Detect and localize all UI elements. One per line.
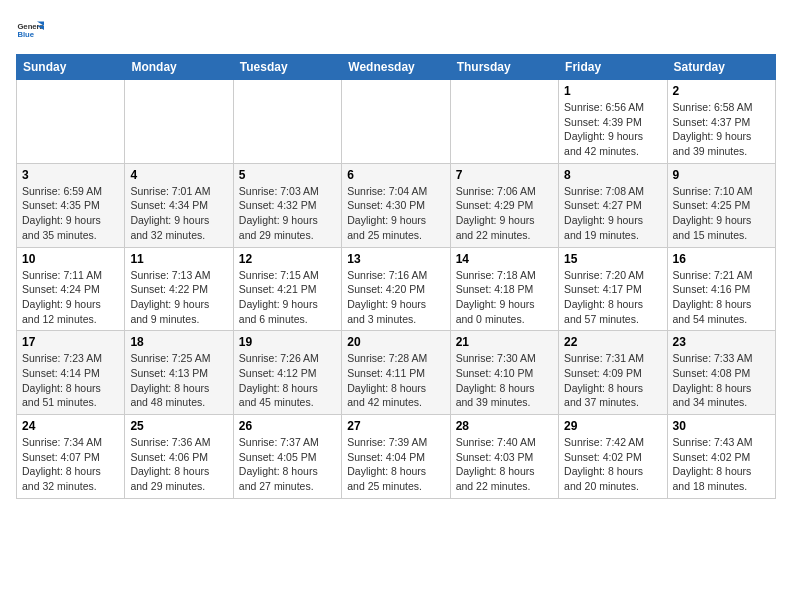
col-header-wednesday: Wednesday <box>342 55 450 80</box>
calendar-cell: 17Sunrise: 7:23 AMSunset: 4:14 PMDayligh… <box>17 331 125 415</box>
calendar-cell <box>125 80 233 164</box>
day-number: 14 <box>456 252 553 266</box>
calendar-cell: 28Sunrise: 7:40 AMSunset: 4:03 PMDayligh… <box>450 415 558 499</box>
day-number: 9 <box>673 168 770 182</box>
day-number: 8 <box>564 168 661 182</box>
calendar-cell: 19Sunrise: 7:26 AMSunset: 4:12 PMDayligh… <box>233 331 341 415</box>
day-number: 21 <box>456 335 553 349</box>
day-number: 28 <box>456 419 553 433</box>
calendar-cell: 12Sunrise: 7:15 AMSunset: 4:21 PMDayligh… <box>233 247 341 331</box>
day-number: 24 <box>22 419 119 433</box>
day-number: 5 <box>239 168 336 182</box>
calendar-cell: 16Sunrise: 7:21 AMSunset: 4:16 PMDayligh… <box>667 247 775 331</box>
calendar-header-row: SundayMondayTuesdayWednesdayThursdayFrid… <box>17 55 776 80</box>
calendar-cell: 7Sunrise: 7:06 AMSunset: 4:29 PMDaylight… <box>450 163 558 247</box>
day-info: Sunrise: 7:23 AMSunset: 4:14 PMDaylight:… <box>22 351 119 410</box>
calendar-week-row: 24Sunrise: 7:34 AMSunset: 4:07 PMDayligh… <box>17 415 776 499</box>
day-number: 26 <box>239 419 336 433</box>
day-info: Sunrise: 7:10 AMSunset: 4:25 PMDaylight:… <box>673 184 770 243</box>
day-info: Sunrise: 7:06 AMSunset: 4:29 PMDaylight:… <box>456 184 553 243</box>
day-info: Sunrise: 6:59 AMSunset: 4:35 PMDaylight:… <box>22 184 119 243</box>
col-header-thursday: Thursday <box>450 55 558 80</box>
calendar-cell: 18Sunrise: 7:25 AMSunset: 4:13 PMDayligh… <box>125 331 233 415</box>
day-info: Sunrise: 6:56 AMSunset: 4:39 PMDaylight:… <box>564 100 661 159</box>
calendar-cell: 21Sunrise: 7:30 AMSunset: 4:10 PMDayligh… <box>450 331 558 415</box>
col-header-sunday: Sunday <box>17 55 125 80</box>
day-info: Sunrise: 7:20 AMSunset: 4:17 PMDaylight:… <box>564 268 661 327</box>
calendar-cell: 1Sunrise: 6:56 AMSunset: 4:39 PMDaylight… <box>559 80 667 164</box>
calendar-cell: 11Sunrise: 7:13 AMSunset: 4:22 PMDayligh… <box>125 247 233 331</box>
calendar-cell: 10Sunrise: 7:11 AMSunset: 4:24 PMDayligh… <box>17 247 125 331</box>
day-info: Sunrise: 7:34 AMSunset: 4:07 PMDaylight:… <box>22 435 119 494</box>
calendar-week-row: 3Sunrise: 6:59 AMSunset: 4:35 PMDaylight… <box>17 163 776 247</box>
day-info: Sunrise: 7:04 AMSunset: 4:30 PMDaylight:… <box>347 184 444 243</box>
day-number: 10 <box>22 252 119 266</box>
calendar-cell <box>450 80 558 164</box>
calendar-cell: 6Sunrise: 7:04 AMSunset: 4:30 PMDaylight… <box>342 163 450 247</box>
day-info: Sunrise: 7:31 AMSunset: 4:09 PMDaylight:… <box>564 351 661 410</box>
day-info: Sunrise: 7:18 AMSunset: 4:18 PMDaylight:… <box>456 268 553 327</box>
calendar-cell: 30Sunrise: 7:43 AMSunset: 4:02 PMDayligh… <box>667 415 775 499</box>
day-number: 2 <box>673 84 770 98</box>
day-info: Sunrise: 6:58 AMSunset: 4:37 PMDaylight:… <box>673 100 770 159</box>
calendar-cell <box>17 80 125 164</box>
calendar-cell: 22Sunrise: 7:31 AMSunset: 4:09 PMDayligh… <box>559 331 667 415</box>
calendar-cell: 13Sunrise: 7:16 AMSunset: 4:20 PMDayligh… <box>342 247 450 331</box>
day-info: Sunrise: 7:03 AMSunset: 4:32 PMDaylight:… <box>239 184 336 243</box>
day-number: 29 <box>564 419 661 433</box>
day-info: Sunrise: 7:40 AMSunset: 4:03 PMDaylight:… <box>456 435 553 494</box>
day-info: Sunrise: 7:28 AMSunset: 4:11 PMDaylight:… <box>347 351 444 410</box>
day-number: 17 <box>22 335 119 349</box>
day-number: 12 <box>239 252 336 266</box>
svg-text:Blue: Blue <box>17 30 34 39</box>
calendar-cell <box>233 80 341 164</box>
day-number: 20 <box>347 335 444 349</box>
day-number: 18 <box>130 335 227 349</box>
day-number: 19 <box>239 335 336 349</box>
calendar-table: SundayMondayTuesdayWednesdayThursdayFrid… <box>16 54 776 499</box>
calendar-cell: 29Sunrise: 7:42 AMSunset: 4:02 PMDayligh… <box>559 415 667 499</box>
calendar-cell: 23Sunrise: 7:33 AMSunset: 4:08 PMDayligh… <box>667 331 775 415</box>
calendar-cell: 9Sunrise: 7:10 AMSunset: 4:25 PMDaylight… <box>667 163 775 247</box>
calendar-cell: 24Sunrise: 7:34 AMSunset: 4:07 PMDayligh… <box>17 415 125 499</box>
calendar-cell: 25Sunrise: 7:36 AMSunset: 4:06 PMDayligh… <box>125 415 233 499</box>
day-number: 13 <box>347 252 444 266</box>
day-info: Sunrise: 7:39 AMSunset: 4:04 PMDaylight:… <box>347 435 444 494</box>
col-header-monday: Monday <box>125 55 233 80</box>
col-header-saturday: Saturday <box>667 55 775 80</box>
calendar-cell: 2Sunrise: 6:58 AMSunset: 4:37 PMDaylight… <box>667 80 775 164</box>
day-number: 22 <box>564 335 661 349</box>
day-info: Sunrise: 7:36 AMSunset: 4:06 PMDaylight:… <box>130 435 227 494</box>
day-info: Sunrise: 7:33 AMSunset: 4:08 PMDaylight:… <box>673 351 770 410</box>
day-info: Sunrise: 7:01 AMSunset: 4:34 PMDaylight:… <box>130 184 227 243</box>
day-info: Sunrise: 7:21 AMSunset: 4:16 PMDaylight:… <box>673 268 770 327</box>
calendar-cell: 14Sunrise: 7:18 AMSunset: 4:18 PMDayligh… <box>450 247 558 331</box>
day-info: Sunrise: 7:11 AMSunset: 4:24 PMDaylight:… <box>22 268 119 327</box>
day-info: Sunrise: 7:43 AMSunset: 4:02 PMDaylight:… <box>673 435 770 494</box>
calendar-cell: 27Sunrise: 7:39 AMSunset: 4:04 PMDayligh… <box>342 415 450 499</box>
day-number: 27 <box>347 419 444 433</box>
calendar-cell: 8Sunrise: 7:08 AMSunset: 4:27 PMDaylight… <box>559 163 667 247</box>
day-number: 16 <box>673 252 770 266</box>
logo-icon: General Blue <box>16 16 44 44</box>
day-info: Sunrise: 7:16 AMSunset: 4:20 PMDaylight:… <box>347 268 444 327</box>
day-info: Sunrise: 7:15 AMSunset: 4:21 PMDaylight:… <box>239 268 336 327</box>
calendar-cell: 20Sunrise: 7:28 AMSunset: 4:11 PMDayligh… <box>342 331 450 415</box>
calendar-cell: 5Sunrise: 7:03 AMSunset: 4:32 PMDaylight… <box>233 163 341 247</box>
day-number: 25 <box>130 419 227 433</box>
col-header-friday: Friday <box>559 55 667 80</box>
day-number: 23 <box>673 335 770 349</box>
calendar-cell: 4Sunrise: 7:01 AMSunset: 4:34 PMDaylight… <box>125 163 233 247</box>
day-info: Sunrise: 7:08 AMSunset: 4:27 PMDaylight:… <box>564 184 661 243</box>
calendar-week-row: 17Sunrise: 7:23 AMSunset: 4:14 PMDayligh… <box>17 331 776 415</box>
day-info: Sunrise: 7:13 AMSunset: 4:22 PMDaylight:… <box>130 268 227 327</box>
day-number: 3 <box>22 168 119 182</box>
day-number: 7 <box>456 168 553 182</box>
calendar-cell: 15Sunrise: 7:20 AMSunset: 4:17 PMDayligh… <box>559 247 667 331</box>
col-header-tuesday: Tuesday <box>233 55 341 80</box>
day-info: Sunrise: 7:42 AMSunset: 4:02 PMDaylight:… <box>564 435 661 494</box>
day-info: Sunrise: 7:25 AMSunset: 4:13 PMDaylight:… <box>130 351 227 410</box>
calendar-cell <box>342 80 450 164</box>
day-number: 6 <box>347 168 444 182</box>
day-number: 11 <box>130 252 227 266</box>
